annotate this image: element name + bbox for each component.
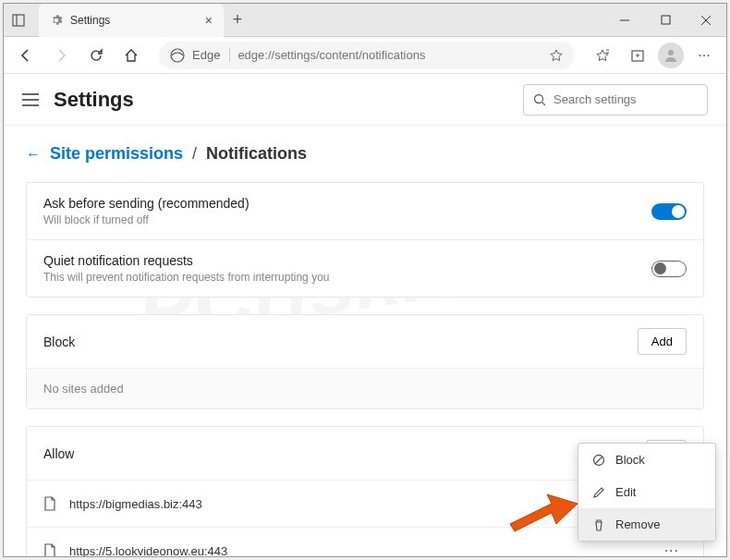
- gear-icon: [50, 14, 63, 27]
- block-section: Block Add No sites added: [26, 314, 704, 409]
- notification-options-card: Ask before sending (recommended) Will bl…: [26, 182, 704, 298]
- home-button[interactable]: [116, 41, 146, 70]
- context-edit[interactable]: Edit: [578, 476, 715, 508]
- context-remove[interactable]: Remove: [578, 508, 715, 541]
- close-window-button[interactable]: [686, 4, 726, 37]
- quiet-requests-toggle[interactable]: [651, 261, 687, 277]
- svg-rect-3: [662, 16, 670, 24]
- edit-icon: [591, 486, 606, 499]
- ask-before-sending-row: Ask before sending (recommended) Will bl…: [27, 183, 703, 239]
- file-icon: [43, 496, 56, 511]
- context-remove-label: Remove: [615, 517, 660, 531]
- settings-header: Settings: [4, 74, 726, 126]
- context-block-label: Block: [615, 453, 645, 467]
- ask-before-sending-toggle[interactable]: [651, 203, 687, 220]
- address-bar[interactable]: Edge edge://settings/content/notificatio…: [159, 42, 575, 69]
- maximize-button[interactable]: [645, 4, 686, 37]
- site-url: https://bigmedias.biz:443: [69, 497, 644, 511]
- option-subtitle: This will prevent notification requests …: [43, 271, 651, 284]
- block-add-button[interactable]: Add: [638, 328, 687, 355]
- breadcrumb-current: Notifications: [206, 144, 307, 164]
- edge-icon: [170, 48, 185, 63]
- quiet-requests-row: Quiet notification requests This will pr…: [27, 239, 703, 297]
- page-title: Settings: [54, 88, 508, 112]
- file-icon: [43, 543, 56, 556]
- breadcrumb-back-icon[interactable]: ←: [26, 146, 41, 163]
- tab-title: Settings: [70, 14, 198, 27]
- block-empty-text: No sites added: [27, 368, 703, 408]
- context-block[interactable]: Block: [578, 444, 715, 476]
- back-button[interactable]: [11, 41, 41, 70]
- block-title: Block: [43, 335, 75, 349]
- browser-toolbar: Edge edge://settings/content/notificatio…: [4, 37, 726, 74]
- address-label: Edge: [192, 48, 230, 62]
- profile-button[interactable]: [658, 43, 684, 68]
- refresh-button[interactable]: [81, 41, 111, 70]
- svg-line-17: [542, 102, 546, 105]
- breadcrumb-sep: /: [192, 144, 197, 164]
- favorite-icon[interactable]: [549, 48, 564, 63]
- search-icon: [533, 93, 546, 106]
- svg-point-6: [171, 49, 184, 62]
- option-title: Quiet notification requests: [43, 253, 651, 268]
- window-controls: [604, 4, 726, 37]
- new-tab-button[interactable]: +: [224, 10, 251, 30]
- breadcrumb-site-permissions[interactable]: Site permissions: [50, 144, 183, 164]
- svg-rect-0: [13, 15, 24, 26]
- tab-strip-icon[interactable]: [4, 4, 33, 37]
- option-title: Ask before sending (recommended): [43, 196, 651, 211]
- address-url: edge://settings/content/notifications: [237, 48, 541, 62]
- site-url: https://5.lookvideonow.eu:443: [69, 544, 644, 557]
- block-icon: [591, 454, 606, 467]
- svg-line-19: [595, 457, 602, 464]
- context-edit-label: Edit: [615, 485, 636, 499]
- breadcrumb: ← Site permissions / Notifications: [26, 144, 704, 164]
- trash-icon: [591, 518, 606, 531]
- close-tab-button[interactable]: ×: [205, 13, 213, 28]
- svg-point-12: [668, 50, 674, 55]
- search-input[interactable]: [554, 92, 709, 106]
- allow-title: Allow: [43, 446, 74, 461]
- more-button[interactable]: ···: [689, 41, 719, 70]
- forward-button: [46, 41, 76, 70]
- menu-icon[interactable]: [22, 93, 39, 106]
- search-box[interactable]: [523, 84, 708, 116]
- option-subtitle: Will block if turned off: [43, 213, 651, 226]
- favorites-button[interactable]: [588, 41, 617, 70]
- svg-point-16: [535, 94, 543, 103]
- context-menu: Block Edit Remove: [578, 443, 716, 542]
- browser-tab-settings[interactable]: Settings ×: [39, 4, 224, 37]
- window-titlebar: Settings × +: [4, 4, 726, 37]
- collections-button[interactable]: [623, 41, 652, 70]
- minimize-button[interactable]: [604, 4, 645, 37]
